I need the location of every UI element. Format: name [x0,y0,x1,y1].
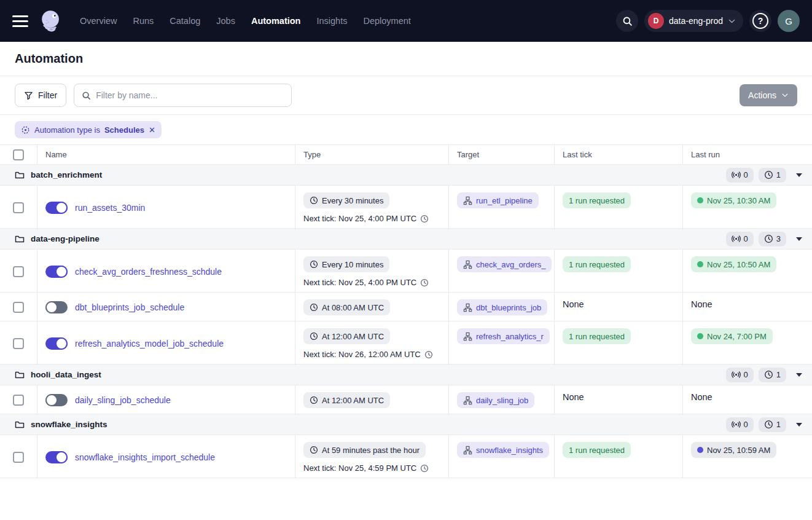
group-row-snowflake-insights: snowflake_insights 0 1 [0,414,812,435]
job-graph-icon [463,332,472,341]
clock-icon [310,446,318,454]
group-row-hooli-data-ingest: hooli_data_ingest 0 1 [0,364,812,385]
workspace-avatar: D [648,13,664,29]
schedule-count-badge: 1 [759,368,786,382]
search-icon [622,16,633,26]
schedule-row: dbt_blueprints_job_schedule At 08:00 AM … [0,293,812,321]
schedule-type-pill: Every 30 minutes [303,192,389,208]
group-collapse-caret[interactable] [796,173,802,177]
schedule-toggle[interactable] [45,266,68,278]
sensor-count-badge: 0 [726,368,754,382]
automation-type-icon [21,125,30,135]
target-pill[interactable]: check_avg_orders_ [457,256,552,272]
last-run-pill[interactable]: Nov 25, 10:30 AM [691,192,776,208]
funnel-icon [24,91,33,100]
schedule-name-link[interactable]: dbt_blueprints_job_schedule [75,302,184,312]
schedule-toggle[interactable] [45,394,68,406]
clock-icon [764,234,773,243]
run-status-dot [697,333,703,339]
schedule-toggle[interactable] [45,337,68,350]
clock-icon [420,278,429,287]
run-status-dot [697,447,703,453]
user-avatar[interactable]: G [778,10,800,32]
last-tick-pill[interactable]: 1 run requested [563,256,631,272]
target-pill[interactable]: snowflake_insights [457,442,549,458]
schedule-row: check_avg_orders_freshness_schdule Every… [0,250,812,293]
filter-chip-close-icon[interactable]: ✕ [149,125,155,135]
help-icon: ? [752,13,768,29]
page-header: Automation [0,42,812,76]
chevron-down-icon [728,17,736,25]
target-pill[interactable]: daily_sling_job [457,392,534,408]
sensor-count-badge: 0 [726,232,754,246]
page-title: Automation [15,52,797,66]
row-checkbox[interactable] [13,266,24,277]
nav-insights[interactable]: Insights [316,16,347,26]
schedule-row: run_assets_30min Every 30 minutes Next t… [0,186,812,229]
nav-automation[interactable]: Automation [251,16,301,26]
schedule-type-pill: At 59 minutes past the hour [303,442,426,458]
select-all-checkbox[interactable] [13,149,24,160]
column-header-type: Type [295,145,449,164]
last-run-pill[interactable]: Nov 25, 10:50 AM [691,256,776,272]
group-row-data-eng-pipeline: data-eng-pipeline 0 3 [0,229,812,250]
workspace-switcher[interactable]: D data-eng-prod [644,10,743,32]
schedule-name-link[interactable]: snowflake_insights_import_schedule [75,452,215,462]
column-header-name: Name [37,145,295,164]
last-run-pill[interactable]: Nov 25, 10:59 AM [691,442,776,458]
nav-jobs[interactable]: Jobs [216,16,235,26]
schedule-row: refresh_analytics_model_job_schedule At … [0,321,812,364]
clock-icon [424,350,433,359]
clock-icon [420,215,429,223]
actions-button[interactable]: Actions [740,84,797,106]
filter-button[interactable]: Filter [15,84,66,107]
schedule-count-badge: 1 [759,168,786,183]
group-collapse-caret[interactable] [796,423,802,427]
group-name: batch_enrichment [31,170,102,179]
last-tick-pill[interactable]: 1 run requested [563,442,631,458]
nav-catalog[interactable]: Catalog [170,16,200,26]
dagster-logo-icon[interactable] [38,8,64,34]
schedule-count-badge: 1 [759,417,786,432]
group-collapse-caret[interactable] [796,373,802,377]
group-name: snowflake_insights [31,420,107,429]
row-checkbox[interactable] [13,452,24,463]
next-tick-text: Next tick: Nov 25, 4:00 PM UTC [303,278,440,287]
schedule-toggle[interactable] [45,202,68,214]
schedule-name-link[interactable]: daily_sling_job_schedule [75,395,171,405]
target-pill[interactable]: refresh_analytics_r [457,328,550,344]
row-checkbox[interactable] [13,302,24,313]
name-filter-input[interactable] [96,90,284,100]
job-graph-icon [463,196,472,205]
last-tick-pill[interactable]: 1 run requested [563,328,631,344]
filter-chip-automation-type[interactable]: Automation type is Schedules ✕ [15,121,162,138]
group-row-batch-enrichment: batch_enrichment 0 1 [0,165,812,186]
nav-deployment[interactable]: Deployment [363,16,410,26]
folder-icon [15,234,25,244]
last-run-pill[interactable]: Nov 24, 7:00 PM [691,328,773,344]
last-tick-none: None [563,299,584,309]
nav-runs[interactable]: Runs [133,16,154,26]
search-button[interactable] [616,10,638,32]
schedule-toggle[interactable] [45,451,68,463]
automation-table: Name Type Target Last tick Last run batc… [0,145,812,478]
help-button[interactable]: ? [749,10,771,32]
active-filters-row: Automation type is Schedules ✕ [0,115,812,145]
schedule-toggle[interactable] [45,301,68,313]
row-checkbox[interactable] [13,395,24,406]
row-checkbox[interactable] [13,202,24,213]
group-name: data-eng-pipeline [31,234,100,243]
schedule-name-link[interactable]: check_avg_orders_freshness_schdule [75,267,222,277]
schedule-name-link[interactable]: refresh_analytics_model_job_schedule [75,339,224,349]
row-checkbox[interactable] [13,338,24,349]
last-tick-pill[interactable]: 1 run requested [563,192,631,208]
target-pill[interactable]: run_etl_pipeline [457,192,539,208]
group-collapse-caret[interactable] [796,237,802,241]
hamburger-menu-icon[interactable] [12,15,28,27]
filter-chip-value: Schedules [104,125,144,135]
schedule-name-link[interactable]: run_assets_30min [75,203,145,213]
last-run-none: None [691,392,712,402]
sensor-count-badge: 0 [726,168,754,183]
nav-overview[interactable]: Overview [80,16,117,26]
target-pill[interactable]: dbt_blueprints_job [457,299,547,315]
